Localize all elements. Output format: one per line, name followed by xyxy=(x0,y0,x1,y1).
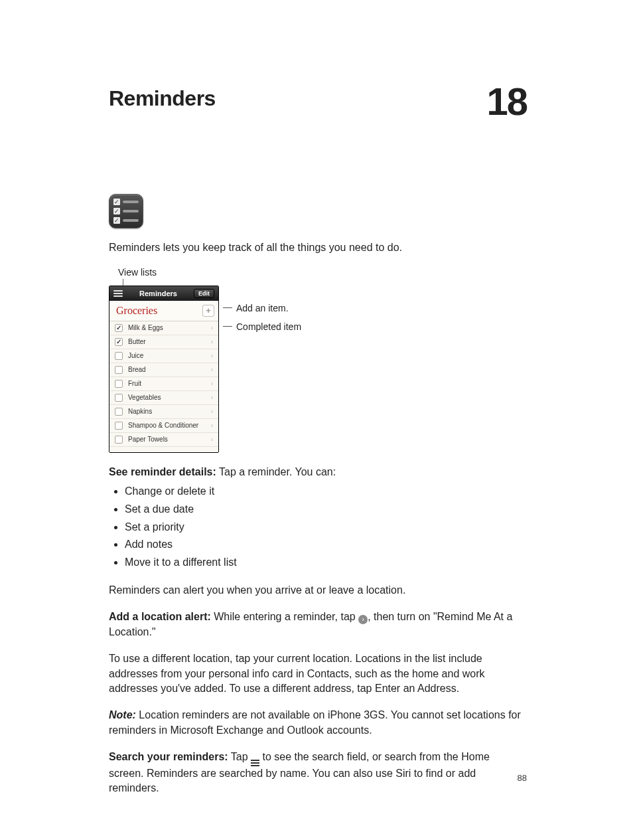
details-bullets: Change or delete itSet a due dateSet a p… xyxy=(114,483,527,571)
bullet-item: Add notes xyxy=(125,537,527,553)
callout-view-lists: View lists xyxy=(118,267,401,278)
checkbox[interactable] xyxy=(115,394,123,402)
checkbox[interactable] xyxy=(115,324,123,332)
list-title: Groceries xyxy=(116,305,157,317)
bullet-item: Set a due date xyxy=(125,501,527,518)
edit-button[interactable]: Edit xyxy=(194,289,214,298)
bullet-item: Change or delete it xyxy=(125,483,527,500)
see-details-line: See reminder details: Tap a reminder. Yo… xyxy=(109,465,527,479)
list-item[interactable]: Butter› xyxy=(109,335,218,349)
callout-completed-item: Completed item xyxy=(223,321,301,332)
list-item-label: Milk & Eggs xyxy=(128,324,206,331)
list-item-label: Vegetables xyxy=(128,394,206,401)
list-item[interactable]: Paper Towels› xyxy=(109,433,218,447)
chapter-number: 18 xyxy=(486,82,527,121)
checkbox[interactable] xyxy=(115,422,123,430)
reminders-app-icon: ✓ ✓ ✓ xyxy=(109,194,143,228)
checkbox[interactable] xyxy=(115,366,123,374)
see-details-bold: See reminder details: xyxy=(109,466,216,477)
callout-leader xyxy=(123,279,123,286)
checkbox[interactable] xyxy=(115,352,123,360)
location-use-paragraph: To use a different location, tap your cu… xyxy=(109,651,527,696)
list-item[interactable]: Fruit› xyxy=(109,377,218,391)
add-location-alert-line: Add a location alert: While entering a r… xyxy=(109,610,527,639)
list-item-label: Fruit xyxy=(128,380,206,387)
list-item-label: Butter xyxy=(128,338,206,345)
chevron-right-icon[interactable]: › xyxy=(211,352,213,359)
bullet-item: Set a priority xyxy=(125,519,527,536)
list-item-label: Juice xyxy=(128,352,206,359)
chevron-right-icon[interactable]: › xyxy=(211,436,213,443)
callout-add-item: Add an item. xyxy=(223,303,289,313)
list-item[interactable]: Bread› xyxy=(109,363,218,377)
search-reminders-line: Search your reminders: Tap to see the se… xyxy=(109,750,527,796)
checkbox[interactable] xyxy=(115,408,123,416)
hamburger-icon[interactable] xyxy=(113,290,123,297)
checkbox[interactable] xyxy=(115,380,123,388)
list-item[interactable]: Napkins› xyxy=(109,405,218,419)
list-item[interactable]: Vegetables› xyxy=(109,391,218,405)
bullet-item: Move it to a different list xyxy=(125,554,527,571)
screenshot-header-title: Reminders xyxy=(139,290,177,297)
chevron-right-icon[interactable]: › xyxy=(211,338,213,345)
chevron-circle-icon: › xyxy=(358,615,368,624)
chevron-right-icon[interactable]: › xyxy=(211,324,213,331)
page-number: 88 xyxy=(518,773,527,783)
chapter-title: Reminders xyxy=(109,86,216,111)
list-item[interactable]: Juice› xyxy=(109,349,218,363)
list-item[interactable]: Milk & Eggs› xyxy=(109,321,218,335)
chevron-right-icon[interactable]: › xyxy=(211,394,213,401)
add-item-button[interactable]: + xyxy=(202,305,214,317)
chevron-right-icon[interactable]: › xyxy=(211,422,213,429)
hamburger-icon xyxy=(251,760,259,766)
reminders-screenshot: Reminders Edit Groceries + Milk & Eggs›B… xyxy=(109,286,219,453)
list-item-label: Napkins xyxy=(128,408,206,415)
location-intro: Reminders can alert you when you arrive … xyxy=(109,583,527,598)
note-paragraph: Note: Location reminders are not availab… xyxy=(109,708,527,738)
list-item[interactable]: Shampoo & Conditioner› xyxy=(109,419,218,433)
list-item-label: Shampoo & Conditioner xyxy=(128,422,206,429)
chevron-right-icon[interactable]: › xyxy=(211,380,213,387)
chevron-right-icon[interactable]: › xyxy=(211,408,213,415)
list-item-label: Paper Towels xyxy=(128,436,206,443)
list-item-label: Bread xyxy=(128,366,206,373)
chevron-right-icon[interactable]: › xyxy=(211,366,213,373)
checkbox[interactable] xyxy=(115,436,123,444)
intro-text: Reminders lets you keep track of all the… xyxy=(109,240,527,255)
checkbox[interactable] xyxy=(115,338,123,346)
